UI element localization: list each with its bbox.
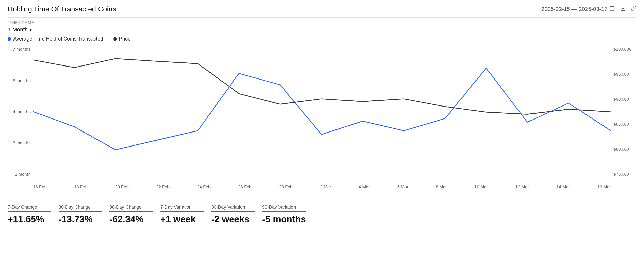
legend-label-blue: Average Time Held of Coins Transacted	[13, 36, 103, 42]
header-divider	[8, 17, 636, 18]
legend-item-dark: Price	[113, 36, 131, 42]
download-icon[interactable]	[620, 6, 626, 13]
chart-svg	[33, 47, 611, 177]
stats-section: 7-Day Change +11.65% 30-Day Change -13.7…	[8, 200, 636, 227]
stats-divider	[8, 197, 636, 197]
date-range-text: 2025-02-15 — 2025-03-17	[541, 6, 607, 12]
timeframe-value-text: 1 Month	[8, 26, 28, 33]
stat-90day-change-value: -62.34%	[109, 214, 153, 225]
stat-30day-variation: 30-Day Variation -2 weeks	[211, 203, 262, 227]
holding-time-line	[33, 68, 611, 150]
calendar-icon[interactable]	[609, 6, 615, 13]
stat-30day-variation-label: 30-Day Variation	[211, 205, 255, 212]
legend-item-blue: Average Time Held of Coins Transacted	[8, 36, 103, 42]
timeframe-label: TIME FRAME	[8, 21, 636, 25]
y-axis-right: $100,000 $95,000 $90,000 $85,000 $80,000…	[611, 47, 636, 177]
chart-legend: Average Time Held of Coins Transacted Pr…	[8, 36, 636, 42]
stat-7day-change-label: 7-Day Change	[8, 205, 51, 212]
stat-90day-change: 90-Day Change -62.34%	[109, 203, 160, 227]
timeframe-selector[interactable]: 1 Month ▾	[8, 26, 636, 33]
header: Holding Time Of Transacted Coins 2025-02…	[8, 5, 636, 13]
stat-7day-variation: 7-Day Variation +1 week	[160, 203, 211, 227]
svg-rect-0	[610, 7, 614, 11]
date-range: 2025-02-15 — 2025-03-17	[541, 6, 615, 13]
header-right: 2025-02-15 — 2025-03-17	[541, 6, 636, 13]
main-container: Holding Time Of Transacted Coins 2025-02…	[0, 0, 644, 232]
stat-30day-change-value: -13.73%	[59, 214, 102, 225]
stat-7day-variation-value: +1 week	[160, 214, 204, 225]
stat-90day-variation: 90-Day Variation -5 months	[262, 203, 314, 227]
stat-30day-variation-value: -2 weeks	[211, 214, 255, 225]
stat-30day-change: 30-Day Change -13.73%	[59, 203, 109, 227]
stat-90day-variation-label: 90-Day Variation	[262, 205, 306, 212]
y-axis-left: 7 months 6 months 4 months 3 months 1 mo…	[8, 47, 33, 177]
chart-svg-area	[33, 47, 611, 177]
link-icon[interactable]	[631, 6, 636, 13]
stat-7day-variation-label: 7-Day Variation	[160, 205, 204, 212]
stat-90day-variation-value: -5 months	[262, 214, 306, 225]
stat-30day-change-label: 30-Day Change	[59, 205, 102, 212]
timeframe-section: TIME FRAME 1 Month ▾	[8, 21, 636, 33]
legend-label-dark: Price	[119, 36, 131, 42]
price-line	[33, 59, 611, 114]
x-axis: 16 Feb 18 Feb 20 Feb 22 Feb 24 Feb 26 Fe…	[33, 184, 611, 190]
legend-dot-blue	[8, 37, 11, 41]
stat-90day-change-label: 90-Day Change	[109, 205, 153, 212]
page-title: Holding Time Of Transacted Coins	[8, 5, 116, 13]
chart-container: 7 months 6 months 4 months 3 months 1 mo…	[8, 44, 636, 192]
chevron-down-icon: ▾	[30, 27, 32, 32]
stat-7day-change-value: +11.65%	[8, 214, 51, 225]
stat-7day-change: 7-Day Change +11.65%	[8, 203, 59, 227]
legend-dot-dark	[113, 37, 117, 41]
